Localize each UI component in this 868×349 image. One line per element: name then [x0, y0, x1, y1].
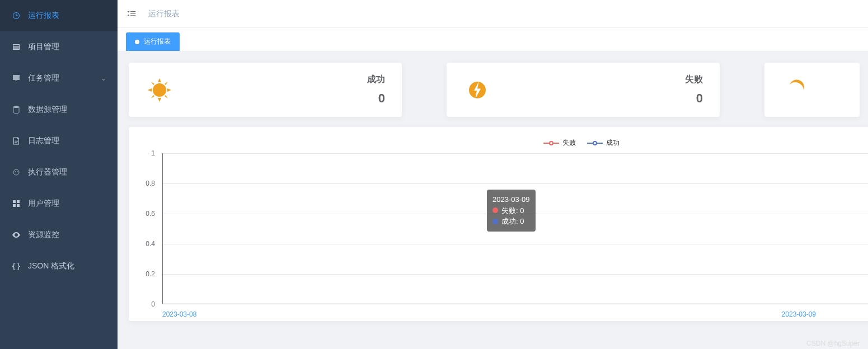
tooltip-dot-success — [492, 219, 498, 224]
legend-item-fail[interactable]: 失败 — [543, 138, 576, 148]
svg-point-3 — [17, 171, 18, 172]
svg-marker-12 — [151, 95, 154, 98]
sidebar-item-report[interactable]: 运行报表 — [0, 0, 118, 31]
card-success: 成功 0 — [129, 63, 402, 117]
card-third — [764, 63, 860, 117]
x-axis-labels: 2023-03-08 2023-03-09 — [162, 310, 868, 318]
bolt-icon — [463, 76, 491, 104]
sidebar-item-monitor[interactable]: 资源监控 — [0, 219, 118, 251]
y-tick: 0.8 — [146, 180, 155, 187]
y-axis: 1 0.8 0.6 0.4 0.2 0 — [140, 153, 159, 304]
x-tick: 2023-03-09 — [782, 310, 816, 318]
y-tick: 0.6 — [146, 210, 155, 218]
legend-label: 成功 — [606, 138, 620, 148]
svg-marker-7 — [148, 88, 152, 92]
tooltip-row: 成功: 0 — [492, 216, 530, 227]
box-icon — [11, 42, 21, 52]
sun-icon — [146, 76, 173, 104]
tab-active-dot — [135, 40, 139, 44]
chart-legend: 失败 成功 — [140, 138, 868, 148]
sidebar-item-user[interactable]: 用户管理 — [0, 188, 118, 219]
sidebar-item-task[interactable]: 任务管理 ⌄ — [0, 63, 118, 94]
sidebar-item-label: 项目管理 — [28, 42, 106, 52]
legend-item-success[interactable]: 成功 — [587, 138, 620, 148]
braces-icon: {} — [11, 261, 21, 271]
monitor-icon — [11, 73, 21, 83]
x-axis-line — [162, 304, 868, 304]
main: 运行报表 运行报表 成功 0 — [118, 0, 868, 349]
y-axis-line — [162, 153, 163, 304]
sidebar-item-label: 执行器管理 — [28, 167, 106, 177]
svg-point-4 — [153, 83, 166, 97]
tabs-bar: 运行报表 — [118, 28, 868, 51]
svg-marker-6 — [158, 98, 161, 102]
sidebar-item-label: JSON 格式化 — [28, 261, 106, 271]
sidebar-item-project[interactable]: 项目管理 — [0, 31, 118, 63]
cards-row: 成功 0 失败 0 — [129, 63, 868, 117]
tooltip-title: 2023-03-09 — [492, 194, 530, 205]
svg-point-2 — [15, 171, 16, 172]
y-tick: 0.2 — [146, 270, 155, 278]
sidebar-item-log[interactable]: 日志管理 — [0, 125, 118, 157]
card-info: 失败 0 — [685, 74, 703, 106]
watermark: CSDN @hgSuper — [806, 339, 860, 347]
y-tick: 0 — [151, 300, 155, 308]
document-icon — [11, 136, 21, 146]
svg-point-1 — [13, 169, 19, 175]
card-label: 失败 — [685, 74, 703, 86]
grid-icon — [11, 199, 21, 209]
moon-icon — [781, 76, 809, 104]
sidebar-item-label: 日志管理 — [28, 136, 106, 146]
content: 成功 0 失败 0 — [118, 51, 868, 349]
x-tick: 2023-03-08 — [162, 310, 196, 318]
chart-container: 失败 成功 1 0.8 0.6 — [129, 127, 868, 321]
robot-icon — [11, 167, 21, 177]
sidebar-item-label: 用户管理 — [28, 199, 106, 209]
svg-marker-9 — [151, 82, 154, 85]
sidebar-item-label: 数据源管理 — [28, 105, 106, 115]
database-icon — [11, 105, 21, 115]
tooltip-row: 失败: 0 — [492, 205, 530, 216]
legend-marker-success — [587, 141, 603, 145]
dashboard-icon — [11, 11, 21, 21]
header: 运行报表 — [118, 0, 868, 28]
legend-marker-fail — [543, 141, 559, 145]
hamburger-icon[interactable] — [126, 8, 137, 20]
svg-marker-11 — [165, 82, 168, 85]
legend-label: 失败 — [562, 138, 576, 148]
tab-report[interactable]: 运行报表 — [126, 32, 180, 51]
eye-icon — [11, 230, 21, 240]
sidebar-item-label: 任务管理 — [28, 73, 101, 83]
card-fail: 失败 0 — [447, 63, 720, 117]
sidebar-item-json[interactable]: {} JSON 格式化 — [0, 251, 118, 282]
tab-label: 运行报表 — [144, 37, 171, 46]
svg-marker-10 — [165, 95, 168, 98]
chevron-down-icon: ⌄ — [101, 74, 106, 82]
svg-marker-8 — [167, 88, 171, 92]
sidebar: 运行报表 项目管理 任务管理 ⌄ 数据源管理 日志管理 — [0, 0, 118, 349]
card-label: 成功 — [367, 74, 385, 86]
chart-area[interactable]: 1 0.8 0.6 0.4 0.2 0 2023-03-0 — [162, 153, 868, 315]
breadcrumb: 运行报表 — [148, 9, 180, 19]
sidebar-item-datasource[interactable]: 数据源管理 — [0, 94, 118, 125]
card-value: 0 — [685, 91, 703, 106]
y-tick: 1 — [151, 149, 155, 157]
y-tick: 0.4 — [146, 240, 155, 248]
card-info: 成功 0 — [367, 74, 385, 106]
card-value: 0 — [367, 91, 385, 106]
sidebar-item-label: 运行报表 — [28, 11, 106, 21]
chart-tooltip: 2023-03-09 失败: 0 成功: 0 — [487, 190, 536, 232]
sidebar-item-executor[interactable]: 执行器管理 — [0, 157, 118, 188]
svg-point-0 — [13, 106, 19, 108]
sidebar-item-label: 资源监控 — [28, 230, 106, 240]
tooltip-dot-fail — [492, 207, 498, 213]
svg-marker-5 — [158, 78, 161, 82]
